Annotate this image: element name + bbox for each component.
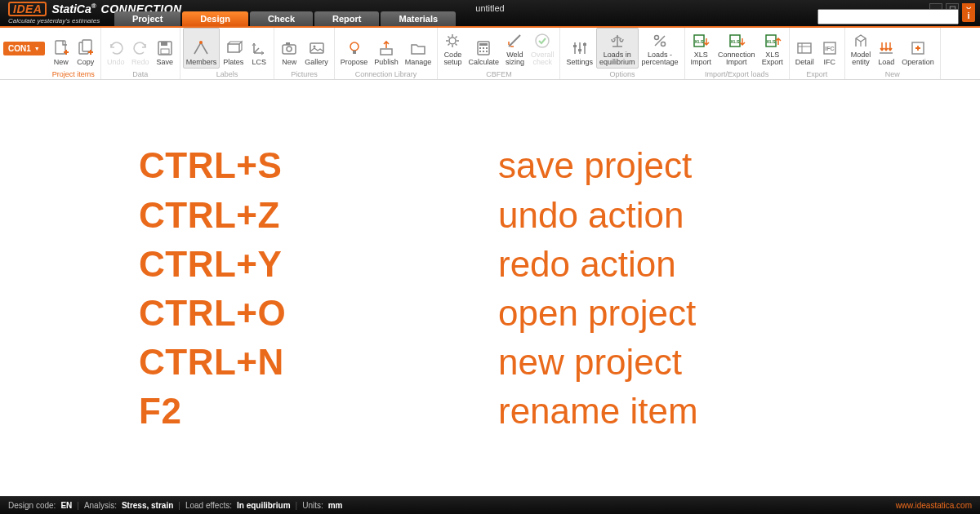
ribbon-plates[interactable]: Plates: [220, 28, 247, 69]
ribbon-members[interactable]: Members: [183, 28, 220, 69]
ribbon-new-item[interactable]: New: [49, 28, 74, 69]
ribbon-group-data: UndoRedoSaveData: [101, 28, 180, 79]
doc-plus-icon: [52, 39, 70, 57]
ribbon-group-labels: MembersPlatesLCSLabels: [180, 28, 275, 79]
titlebar: IDEA StatiCa® CONNECTION Calculate yeste…: [0, 0, 980, 28]
ribbon-overall-check-label: Overall check: [531, 51, 555, 66]
ribbon-lib-manage-label: Manage: [405, 59, 432, 66]
ribbon-group-new: Model entityLoadOperationNew: [845, 28, 941, 79]
ribbon-overall-check: Overall check: [528, 28, 558, 69]
window-tab-materials[interactable]: Materials: [381, 11, 456, 26]
ribbon-lib-publish-label: Publish: [374, 59, 399, 66]
ribbon-code-setup-label: Code setup: [443, 51, 461, 66]
ribbon-lib-manage[interactable]: Manage: [402, 28, 435, 69]
status-units-label: Units:: [302, 501, 323, 510]
ribbon-xls-import[interactable]: XLS Import: [688, 28, 715, 69]
ribbon-loads-pct-label: Loads - percentage: [642, 51, 679, 66]
ribbon-exp-detail[interactable]: Detail: [792, 28, 817, 69]
shortcut-desc: rename item: [498, 392, 841, 430]
ribbon-new-item-label: New: [54, 59, 69, 66]
shortcut-desc: open project: [498, 295, 841, 332]
ribbon-exp-ifc[interactable]: IFC: [817, 28, 842, 69]
shortcut-key: CTRL+N: [139, 343, 400, 381]
ribbon-model-entity[interactable]: Model entity: [848, 28, 875, 69]
gear-icon: [443, 32, 461, 50]
ribbon-xls-export[interactable]: XLS Export: [759, 28, 786, 69]
ribbon-settings[interactable]: Settings: [563, 28, 596, 69]
ribbon-group-label: Project items: [49, 69, 98, 79]
shortcut-key: CTRL+S: [139, 147, 400, 184]
folder-icon: [409, 39, 427, 57]
ribbon-operation-label: Operation: [902, 59, 934, 66]
ribbon-calculate-label: Calculate: [468, 59, 499, 66]
xls-out-icon: [764, 32, 782, 50]
status-units[interactable]: mm: [328, 501, 343, 510]
ribbon-xls-import-label: XLS Import: [691, 51, 712, 66]
ribbon-lcs[interactable]: LCS: [247, 28, 271, 69]
connection-selector[interactable]: CON1 ▼: [3, 42, 45, 55]
sliders-icon: [571, 39, 589, 57]
help-button[interactable]: i: [962, 9, 975, 22]
ribbon-loads-eq[interactable]: Loads in equilibrium: [596, 28, 639, 69]
document-title: untitled: [475, 3, 504, 13]
ribbon-group-project-items: NewCopyProject items: [47, 28, 101, 79]
lcs-icon: [250, 39, 268, 57]
window-tab-check[interactable]: Check: [250, 11, 313, 26]
ribbon-weld-sizing[interactable]: Weld sizing: [502, 28, 528, 69]
ribbon-redo: Redo: [128, 28, 153, 69]
ribbon-group-label: Export: [792, 69, 842, 79]
ribbon-code-setup[interactable]: Code setup: [440, 28, 465, 69]
search-input[interactable]: [817, 9, 959, 24]
ribbon-operation[interactable]: Operation: [898, 28, 938, 69]
shortcut-overlay: CTRL+Ssave projectCTRL+Zundo actionCTRL+…: [0, 82, 980, 496]
ribbon-save[interactable]: Save: [153, 28, 177, 69]
load-arrows-icon: [877, 39, 895, 57]
ribbon-pic-new[interactable]: New: [277, 28, 301, 69]
ifc-icon: [821, 39, 839, 57]
calc-icon: [474, 39, 492, 57]
window-tab-project[interactable]: Project: [114, 11, 180, 26]
ribbon-loads-pct[interactable]: Loads - percentage: [639, 28, 682, 69]
ribbon-model-entity-label: Model entity: [851, 51, 871, 66]
status-analysis[interactable]: Stress, strain: [122, 501, 173, 510]
shortcut-key: CTRL+Z: [139, 197, 400, 234]
ribbon-calculate[interactable]: Calculate: [465, 28, 502, 69]
shortcut-desc: undo action: [498, 197, 841, 234]
status-load-effects[interactable]: In equilibrium: [237, 501, 291, 510]
ribbon-copy-item-label: Copy: [77, 59, 94, 66]
ribbon-group-label: Connection Library: [337, 69, 435, 79]
ribbon-copy-item[interactable]: Copy: [74, 28, 98, 69]
ribbon-group-label: New: [848, 69, 938, 79]
ribbon-new-load[interactable]: Load: [874, 28, 898, 69]
logo-idea: IDEA: [8, 2, 47, 16]
ribbon-pic-gallery[interactable]: Gallery: [301, 28, 332, 69]
ribbon-group-label: Pictures: [277, 69, 332, 79]
ribbon-group-label: Labels: [183, 69, 272, 79]
status-design-code[interactable]: EN: [60, 501, 72, 510]
status-load-effects-label: Load effects:: [185, 501, 232, 510]
ribbon-group-label: Options: [563, 69, 681, 79]
ribbon-lib-publish[interactable]: Publish: [371, 28, 402, 69]
ribbon-pic-new-label: New: [282, 59, 296, 66]
undo-icon: [107, 39, 125, 57]
ribbon-loads-eq-label: Loads in equilibrium: [599, 51, 635, 66]
xls-in-icon: [692, 32, 710, 50]
logo-statica: StatiCa®: [51, 3, 96, 15]
ribbon-pic-gallery-label: Gallery: [305, 59, 328, 66]
ribbon-group-label: CBFEM: [440, 69, 557, 79]
shortcut-key: CTRL+Y: [139, 246, 400, 283]
ribbon-group-import-export-loads: XLS ImportConnection ImportXLS ExportImp…: [685, 28, 790, 79]
ribbon-group-export: DetailIFCExport: [790, 28, 845, 79]
status-website[interactable]: www.ideastatica.com: [896, 501, 972, 510]
members-icon: [192, 39, 210, 57]
ribbon-lib-propose[interactable]: Propose: [337, 28, 372, 69]
window-tab-report[interactable]: Report: [314, 11, 379, 26]
doc-copy-icon: [77, 39, 95, 57]
window-tab-design[interactable]: Design: [182, 11, 248, 26]
ribbon-settings-label: Settings: [566, 59, 593, 66]
ribbon-conn-import[interactable]: Connection Import: [715, 28, 759, 69]
ribbon-undo-label: Undo: [107, 59, 125, 66]
check-icon: [533, 32, 551, 50]
upload-icon: [377, 39, 395, 57]
shortcut-key: CTRL+O: [139, 295, 400, 332]
